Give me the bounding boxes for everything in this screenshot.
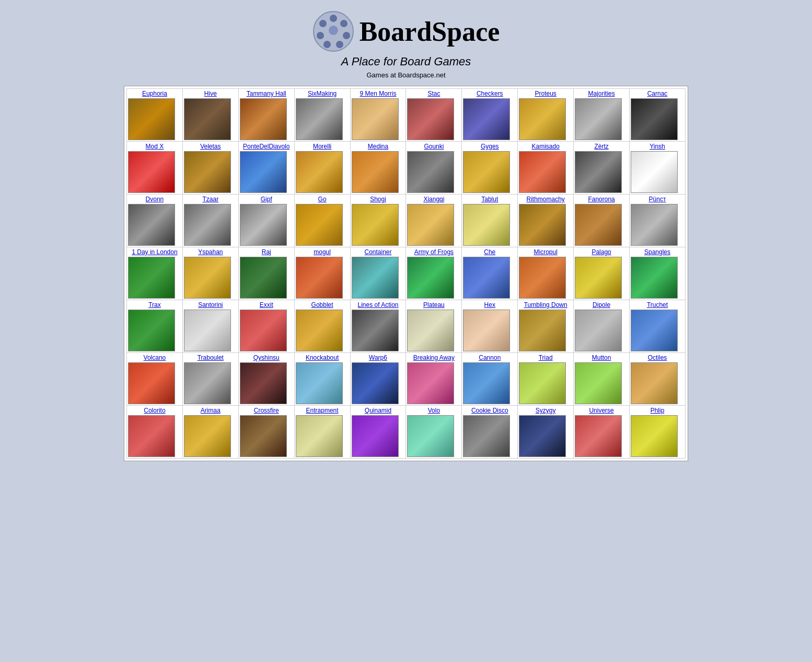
- game-link-proteus[interactable]: Proteus: [519, 90, 572, 97]
- game-link-morelli[interactable]: Morelli: [296, 143, 349, 150]
- game-cell: Gyges: [462, 142, 518, 195]
- game-thumb-universe: [575, 415, 622, 457]
- game-link-shogi[interactable]: Shogi: [352, 196, 405, 203]
- game-cell: Tumbling Down: [518, 300, 574, 353]
- game-link-mogul[interactable]: mogul: [296, 248, 349, 256]
- game-thumb-yspahan: [184, 257, 231, 299]
- game-link-gobblet[interactable]: Gobblet: [296, 301, 349, 309]
- game-cell: Morelli: [294, 142, 350, 195]
- game-thumb-phlip: [631, 415, 678, 457]
- game-thumb-majorities: [575, 98, 622, 140]
- game-link-carnac[interactable]: Carnac: [631, 90, 684, 97]
- game-link-entrapment[interactable]: Entrapment: [296, 407, 349, 414]
- game-thumb-morelli: [296, 151, 343, 193]
- game-thumb-gipf: [240, 204, 287, 246]
- game-link-püncт[interactable]: Püncт: [631, 196, 684, 203]
- game-link-raj[interactable]: Raj: [240, 248, 293, 256]
- game-link-palago[interactable]: Palago: [575, 248, 628, 256]
- game-link-kamisado[interactable]: Kamisado: [519, 143, 572, 150]
- game-link-checkers[interactable]: Checkers: [463, 90, 516, 97]
- page-wrapper: BoardSpace A Place for Board Games Games…: [119, 0, 693, 466]
- game-link-tzaar[interactable]: Tzaar: [184, 196, 237, 203]
- game-cell: Volo: [406, 406, 462, 459]
- game-link-cookie-disco[interactable]: Cookie Disco: [463, 407, 516, 414]
- game-link-spangles[interactable]: Spangles: [631, 248, 684, 256]
- game-link-veletas[interactable]: Veletas: [184, 143, 237, 150]
- game-cell: Rithmomachy: [518, 195, 574, 247]
- game-link-traboulet[interactable]: Traboulet: [184, 354, 237, 361]
- game-link-1-day-in-london[interactable]: 1 Day in London: [128, 248, 181, 256]
- game-link-crossfire[interactable]: Crossfire: [240, 407, 293, 414]
- game-thumb-dvonn: [128, 204, 175, 246]
- game-cell: Entrapment: [294, 406, 350, 459]
- game-thumb-euphoria: [128, 98, 175, 140]
- game-link-breaking-away[interactable]: Breaking Away: [407, 354, 460, 361]
- game-link-mutton[interactable]: Mutton: [575, 354, 628, 361]
- game-link-syzygy[interactable]: Syzygy: [519, 407, 572, 414]
- game-link-truchet[interactable]: Truchet: [631, 301, 684, 309]
- svg-point-7: [319, 20, 327, 27]
- game-cell: Knockabout: [294, 353, 350, 406]
- game-link-octiles[interactable]: Octiles: [631, 354, 684, 361]
- game-cell: Proteus: [518, 89, 574, 142]
- game-link-zèrtz[interactable]: Zèrtz: [575, 143, 628, 150]
- game-link-exxit[interactable]: Exxit: [240, 301, 293, 309]
- game-link-gipf[interactable]: Gipf: [240, 196, 293, 203]
- game-link-sixmaking[interactable]: SixMaking: [296, 90, 349, 97]
- game-link-tablut[interactable]: Tablut: [463, 196, 516, 203]
- game-link-yspahan[interactable]: Yspahan: [184, 248, 237, 256]
- game-link-hex[interactable]: Hex: [463, 301, 516, 309]
- game-link-qyshinsu[interactable]: Qyshinsu: [240, 354, 293, 361]
- game-link-gyges[interactable]: Gyges: [463, 143, 516, 150]
- game-link-army-of-frogs[interactable]: Army of Frogs: [407, 248, 460, 256]
- game-thumb-pontedeldiavolo: [240, 151, 287, 193]
- game-thumb-rithmomachy: [519, 204, 566, 246]
- game-link-yinsh[interactable]: Yinsh: [631, 143, 684, 150]
- game-link-santorini[interactable]: Santorini: [184, 301, 237, 309]
- game-link-go[interactable]: Go: [296, 196, 349, 203]
- game-link-rithmomachy[interactable]: Rithmomachy: [519, 196, 572, 203]
- game-link-euphoria[interactable]: Euphoria: [128, 90, 181, 97]
- game-link-trax[interactable]: Trax: [128, 301, 181, 309]
- game-link-medina[interactable]: Medina: [352, 143, 405, 150]
- game-link-tammany-hall[interactable]: Tammany Hall: [240, 90, 293, 97]
- game-link-pontedeldiavolo[interactable]: PonteDelDiavolo: [240, 143, 293, 150]
- game-cell: Che: [462, 247, 518, 300]
- game-cell: Xiangqi: [406, 195, 462, 247]
- game-link-lines-of-action[interactable]: Lines of Action: [352, 301, 405, 309]
- game-link-warp6[interactable]: Warp6: [352, 354, 405, 361]
- game-link-phlip[interactable]: Phlip: [631, 407, 684, 414]
- game-link-volcano[interactable]: Volcano: [128, 354, 181, 361]
- game-link-fanorona[interactable]: Fanorona: [575, 196, 628, 203]
- game-thumb-dipole: [575, 310, 622, 351]
- game-link-majorities[interactable]: Majorities: [575, 90, 628, 97]
- game-link-tumbling-down[interactable]: Tumbling Down: [519, 301, 572, 309]
- game-link-micropul[interactable]: Micropul: [519, 248, 572, 256]
- game-cell: 1 Day in London: [127, 247, 183, 300]
- game-cell: Colorito: [127, 406, 183, 459]
- game-link-cannon[interactable]: Cannon: [463, 354, 516, 361]
- game-link-quinamid[interactable]: Quinamid: [352, 407, 405, 414]
- game-link-mod-x[interactable]: Mod X: [128, 143, 181, 150]
- game-link-container[interactable]: Container: [352, 248, 405, 256]
- game-link-che[interactable]: Che: [463, 248, 516, 256]
- game-link-gounki[interactable]: Gounki: [407, 143, 460, 150]
- game-thumb-exxit: [240, 310, 287, 351]
- game-link-stac[interactable]: Stac: [407, 90, 460, 97]
- game-link-triad[interactable]: Triad: [519, 354, 572, 361]
- game-link-plateau[interactable]: Plateau: [407, 301, 460, 309]
- game-link-universe[interactable]: Universe: [575, 407, 628, 414]
- game-link-xiangqi[interactable]: Xiangqi: [407, 196, 460, 203]
- game-link-arimaa[interactable]: Arimaa: [184, 407, 237, 414]
- svg-point-3: [343, 32, 350, 39]
- game-link-hive[interactable]: Hive: [184, 90, 237, 97]
- game-link-9-men-morris[interactable]: 9 Men Morris: [352, 90, 405, 97]
- game-link-colorito[interactable]: Colorito: [128, 407, 181, 414]
- game-link-knockabout[interactable]: Knockabout: [296, 354, 349, 361]
- game-link-volo[interactable]: Volo: [407, 407, 460, 414]
- game-cell: Breaking Away: [406, 353, 462, 406]
- game-link-dipole[interactable]: Dipole: [575, 301, 628, 309]
- game-thumb-palago: [575, 257, 622, 299]
- game-link-dvonn[interactable]: Dvonn: [128, 196, 181, 203]
- game-thumb-traboulet: [184, 362, 231, 404]
